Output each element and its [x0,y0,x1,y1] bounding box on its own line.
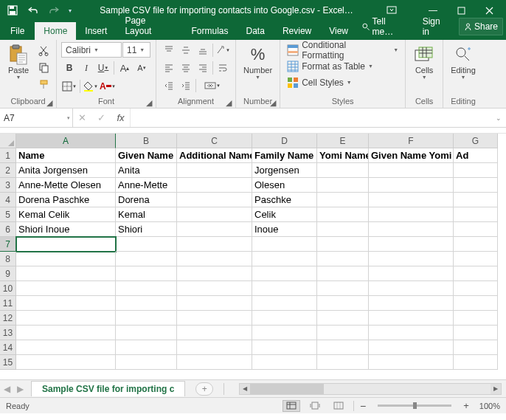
column-header-C[interactable]: C [177,134,252,148]
zoom-in-button[interactable]: + [463,400,469,411]
cell-G1[interactable]: Ad [454,148,498,163]
cell-G2[interactable] [454,163,498,178]
cell-F7[interactable] [369,237,454,252]
clipboard-launcher[interactable]: ◢ [46,98,53,106]
cell-E7[interactable] [317,237,369,252]
cell-C5[interactable] [177,207,252,222]
align-bottom-button[interactable] [195,42,211,58]
row-header-11[interactable]: 11 [0,296,16,311]
cell-A9[interactable] [16,266,116,281]
tab-review[interactable]: Review [274,22,320,40]
borders-button[interactable]: ▼ [61,78,77,94]
cell-E11[interactable] [317,296,369,311]
cell-G13[interactable] [454,326,498,340]
cell-A3[interactable]: Anne-Mette Olesen [16,178,116,193]
align-center-button[interactable] [178,60,194,76]
column-header-E[interactable]: E [317,134,369,148]
cell-styles-button[interactable]: Cell Styles▼ [285,75,354,90]
cell-E12[interactable] [317,311,369,326]
wrap-text-button[interactable] [215,60,231,76]
scroll-thumb[interactable] [250,384,324,394]
cell-B12[interactable] [116,311,177,326]
cell-F2[interactable] [369,163,454,178]
cell-E15[interactable] [317,355,369,370]
cell-D13[interactable] [252,326,317,340]
row-header-8[interactable]: 8 [0,252,16,266]
view-page-break-button[interactable] [330,400,347,412]
tab-insert[interactable]: Insert [76,22,116,40]
cell-F14[interactable] [369,340,454,355]
row-header-7[interactable]: 7 [0,237,16,252]
cell-G12[interactable] [454,311,498,326]
decrease-indent-button[interactable] [161,78,177,94]
font-launcher[interactable]: ◢ [145,98,153,106]
select-all-corner[interactable] [0,134,16,148]
cell-C15[interactable] [177,355,252,370]
bold-button[interactable]: B [61,60,77,76]
cut-button[interactable] [35,42,52,58]
row-header-14[interactable]: 14 [0,340,16,355]
undo-button[interactable] [24,2,43,18]
cell-B6[interactable]: Shiori [116,222,177,237]
cell-A13[interactable] [16,326,116,340]
align-middle-button[interactable] [178,42,194,58]
merge-center-button[interactable]: ▼ [198,78,227,94]
row-header-3[interactable]: 3 [0,178,16,193]
tab-file[interactable]: File [0,22,35,40]
cell-F11[interactable] [369,296,454,311]
sheet-nav-prev[interactable]: ◀ [0,384,13,394]
cell-B3[interactable]: Anne-Mette [116,178,177,193]
sign-in[interactable]: Sign in [418,13,453,40]
font-name-combo[interactable]: Calibri▼ [61,42,122,58]
cell-E9[interactable] [317,266,369,281]
cell-F10[interactable] [369,281,454,296]
cell-B10[interactable] [116,281,177,296]
zoom-out-button[interactable]: − [360,400,366,412]
cell-G15[interactable] [454,355,498,370]
cell-G4[interactable] [454,193,498,207]
cell-E3[interactable] [317,178,369,193]
sheet-nav-next[interactable]: ▶ [13,384,27,394]
cell-D1[interactable]: Family Name [252,148,317,163]
cell-C4[interactable] [177,193,252,207]
cell-B5[interactable]: Kemal [116,207,177,222]
cell-C10[interactable] [177,281,252,296]
cell-B4[interactable]: Dorena [116,193,177,207]
column-header-B[interactable]: B [116,134,177,148]
cell-B8[interactable] [116,252,177,266]
conditional-formatting-button[interactable]: Conditional Formatting▼ [285,42,401,58]
cell-G3[interactable] [454,178,498,193]
column-header-D[interactable]: D [252,134,317,148]
row-header-13[interactable]: 13 [0,326,16,340]
copy-button[interactable] [35,59,52,75]
cell-G8[interactable] [454,252,498,266]
cell-A5[interactable]: Kemal Celik [16,207,116,222]
cell-D8[interactable] [252,252,317,266]
share-button[interactable]: Share [459,18,503,35]
cell-B13[interactable] [116,326,177,340]
cell-D4[interactable]: Paschke [252,193,317,207]
cell-A8[interactable] [16,252,116,266]
align-right-button[interactable] [195,60,211,76]
cell-B11[interactable] [116,296,177,311]
row-header-6[interactable]: 6 [0,222,16,237]
cell-C13[interactable] [177,326,252,340]
orientation-button[interactable]: ▼ [215,42,231,58]
view-normal-button[interactable] [283,400,300,412]
cell-G10[interactable] [454,281,498,296]
row-header-9[interactable]: 9 [0,266,16,281]
cell-D2[interactable]: Jorgensen [252,163,317,178]
cell-E14[interactable] [317,340,369,355]
column-header-F[interactable]: F [369,134,454,148]
zoom-thumb[interactable] [413,402,417,409]
cell-C12[interactable] [177,311,252,326]
cell-A14[interactable] [16,340,116,355]
cell-B7[interactable] [116,237,177,252]
cell-C7[interactable] [177,237,252,252]
align-top-button[interactable] [161,42,177,58]
cell-E8[interactable] [317,252,369,266]
row-header-10[interactable]: 10 [0,281,16,296]
sheet-tab-active[interactable]: Sample CSV file for importing c [31,381,185,396]
cell-F1[interactable]: Given Name Yomi [369,148,454,163]
column-header-A[interactable]: A [16,134,116,148]
